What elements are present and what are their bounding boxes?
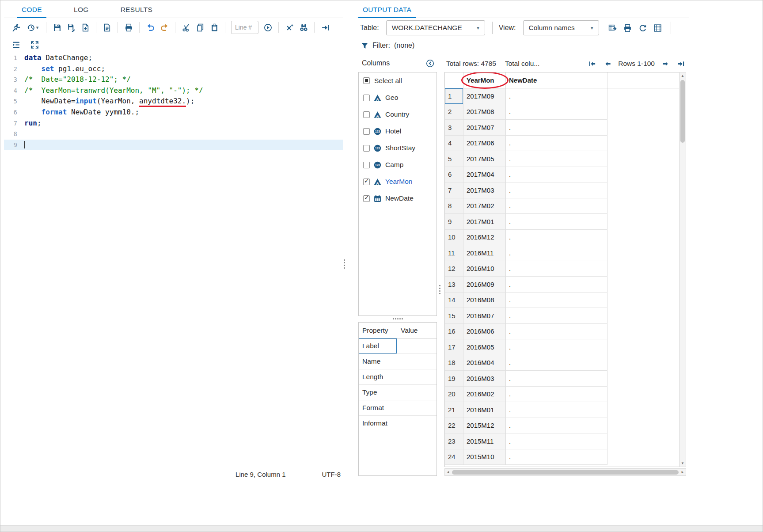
goto-line-input[interactable]	[231, 21, 258, 34]
column-list-item[interactable]: NewDate	[359, 190, 437, 207]
newdate-cell[interactable]: .	[506, 182, 607, 198]
filter-value[interactable]: (none)	[394, 42, 414, 49]
row-number-cell[interactable]: 14	[445, 293, 463, 308]
yearmon-cell[interactable]: 2015M10	[463, 449, 506, 465]
yearmon-cell[interactable]: 2017M03	[463, 182, 506, 198]
column-manager-button[interactable]	[651, 21, 664, 34]
row-number-cell[interactable]: 22	[445, 418, 463, 434]
property-row[interactable]: Type	[359, 385, 437, 400]
row-number-cell[interactable]: 21	[445, 402, 463, 418]
horizontal-scrollbar[interactable]: ◄ ►	[444, 468, 686, 476]
column-name[interactable]: ShortStay	[385, 144, 415, 152]
paste-button[interactable]	[208, 21, 221, 34]
property-name[interactable]: Format	[359, 400, 397, 415]
previous-page-button[interactable]	[603, 59, 612, 68]
grid-row-22[interactable]: 222015M12.	[445, 418, 679, 434]
newdate-cell[interactable]: .	[506, 151, 607, 167]
newdate-cell[interactable]: .	[506, 277, 607, 293]
column-name[interactable]: YearMon	[385, 178, 412, 186]
undo-button[interactable]	[144, 21, 157, 34]
collapse-columns-button[interactable]	[425, 58, 435, 68]
column-name[interactable]: Hotel	[385, 127, 401, 135]
grid-row-3[interactable]: 32017M07.	[445, 120, 679, 136]
view-select[interactable]: Column names ▾	[523, 20, 599, 35]
column-list-item[interactable]: 123Hotel	[359, 123, 437, 140]
scroll-down-arrow[interactable]: ▼	[679, 461, 686, 465]
newdate-cell[interactable]: .	[506, 387, 607, 403]
column-name[interactable]: NewDate	[385, 194, 414, 202]
grid-row-5[interactable]: 52017M05.	[445, 151, 679, 167]
newdate-cell[interactable]: .	[506, 261, 607, 277]
newdate-cell[interactable]: .	[506, 402, 607, 418]
download-button[interactable]	[79, 21, 92, 34]
print-data-button[interactable]	[621, 21, 634, 34]
horizontal-scroll-thumb[interactable]	[452, 470, 679, 475]
row-number-cell[interactable]: 3	[445, 120, 463, 136]
yearmon-cell[interactable]: 2016M06	[463, 324, 506, 340]
newdate-cell[interactable]: .	[506, 120, 607, 136]
newdate-cell[interactable]: .	[506, 324, 607, 340]
copy-button[interactable]	[194, 21, 207, 34]
find-replace-button[interactable]	[297, 21, 310, 34]
column-list-item[interactable]: AGeo	[359, 89, 437, 106]
cut-button[interactable]	[179, 21, 193, 34]
property-name[interactable]: Label	[359, 338, 397, 353]
yearmon-cell[interactable]: 2017M07	[463, 120, 506, 136]
tab-results[interactable]: RESULTS	[118, 1, 155, 18]
column-checkbox[interactable]	[363, 195, 370, 202]
code-editor[interactable]: 1data DateChange;2 set pg1.eu_occ;3/* Da…	[4, 53, 343, 465]
refresh-button[interactable]	[636, 21, 649, 34]
row-number-cell[interactable]: 6	[445, 167, 463, 183]
table-select[interactable]: WORK.DATECHANGE ▾	[386, 20, 485, 35]
row-number-cell[interactable]: 23	[445, 433, 463, 449]
row-number-cell[interactable]: 16	[445, 324, 463, 340]
newdate-cell[interactable]: .	[506, 136, 607, 152]
format-code-button[interactable]	[9, 38, 23, 51]
yearmon-cell[interactable]: 2016M09	[463, 277, 506, 293]
grid-resize-handle[interactable]	[439, 288, 440, 289]
yearmon-cell[interactable]: 2016M04	[463, 355, 506, 371]
row-number-cell[interactable]: 19	[445, 371, 463, 387]
scroll-right-arrow[interactable]: ►	[679, 470, 686, 474]
code-line-7[interactable]: 7run;	[4, 118, 343, 129]
yearmon-column-header[interactable]: YearMon	[463, 72, 506, 88]
row-number-cell[interactable]: 12	[445, 261, 463, 277]
property-row[interactable]: Label	[359, 338, 437, 354]
newdate-cell[interactable]: .	[506, 167, 607, 183]
panel-resize-handle[interactable]	[344, 262, 345, 263]
grid-row-20[interactable]: 202016M02.	[445, 387, 679, 403]
newdate-cell[interactable]: .	[506, 339, 607, 355]
newdate-cell[interactable]: .	[506, 433, 607, 449]
code-line-8[interactable]: 8	[4, 129, 343, 140]
grid-row-12[interactable]: 122016M10.	[445, 261, 679, 277]
row-number-cell[interactable]: 18	[445, 355, 463, 371]
save-as-button[interactable]	[65, 21, 78, 34]
yearmon-cell[interactable]: 2017M08	[463, 104, 506, 120]
yearmon-cell[interactable]: 2016M05	[463, 339, 506, 355]
tab-output-data[interactable]: OUTPUT DATA	[360, 1, 414, 18]
newdate-cell[interactable]: .	[506, 88, 607, 104]
newdate-cell[interactable]: .	[506, 308, 607, 324]
grid-row-16[interactable]: 162016M06.	[445, 324, 679, 340]
tab-log[interactable]: LOG	[71, 1, 91, 18]
newdate-cell[interactable]: .	[506, 449, 607, 465]
grid-row-17[interactable]: 172016M05.	[445, 339, 679, 355]
row-number-cell[interactable]: 15	[445, 308, 463, 324]
row-number-cell[interactable]: 10	[445, 230, 463, 246]
code-line-4[interactable]: 4/* YearMon=tranwrd(YearMon, "M", "-"); …	[4, 85, 343, 96]
newdate-cell[interactable]: .	[506, 230, 607, 246]
first-page-button[interactable]	[587, 59, 597, 68]
column-list-item[interactable]: 123Camp	[359, 156, 437, 173]
fullscreen-button[interactable]	[28, 38, 41, 51]
column-checkbox[interactable]	[363, 95, 370, 101]
row-number-cell[interactable]: 2	[445, 104, 463, 120]
grid-row-6[interactable]: 62017M04.	[445, 167, 679, 183]
program-properties-button[interactable]	[100, 21, 114, 34]
code-line-3[interactable]: 3/* Date="2018-12-12"; */	[4, 74, 343, 85]
grid-row-21[interactable]: 212016M01.	[445, 402, 679, 418]
property-row[interactable]: Format	[359, 400, 437, 416]
yearmon-cell[interactable]: 2016M02	[463, 387, 506, 403]
newdate-cell[interactable]: .	[506, 214, 607, 230]
yearmon-cell[interactable]: 2017M09	[463, 88, 506, 104]
code-line-5[interactable]: 5 NewDate=input(YearMon, anydtdte32.);	[4, 96, 343, 107]
